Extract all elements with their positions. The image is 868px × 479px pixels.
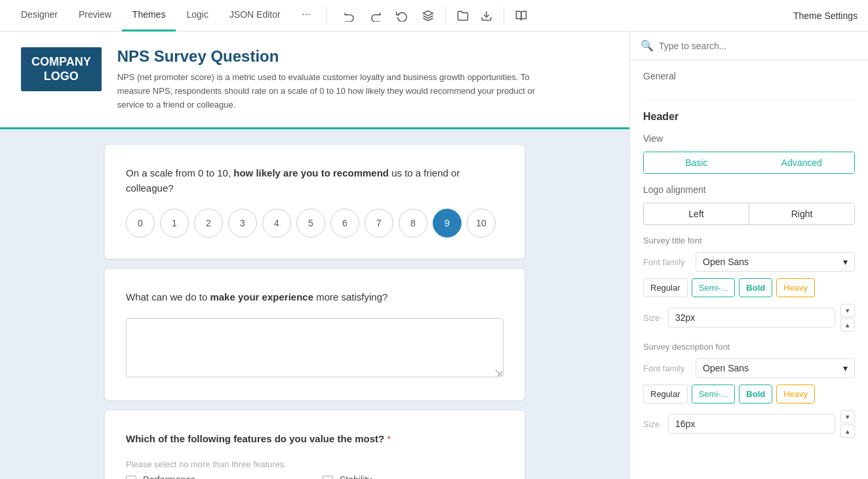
view-toggle-group: Basic Advanced [643, 152, 855, 174]
desc-size-row: Size 16px ▾ ▴ [643, 410, 855, 438]
book-button[interactable] [509, 4, 533, 28]
checkbox-performance[interactable] [126, 476, 136, 479]
survey-description: NPS (net promoter score) is a metric use… [117, 71, 563, 112]
title-size-label: Size [643, 313, 663, 323]
title-fw-semi[interactable]: Semi-... [692, 278, 736, 297]
nav-designer[interactable]: Designer [10, 0, 68, 31]
main-layout: COMPANY LOGO NPS Survey Question NPS (ne… [0, 31, 868, 479]
title-size-arrows: ▾ ▴ [840, 304, 855, 331]
nav-logic[interactable]: Logic [176, 0, 218, 31]
title-size-value[interactable]: 32px [668, 308, 835, 327]
nps-2[interactable]: 2 [194, 209, 223, 238]
chevron-down-icon: ▾ [843, 257, 848, 267]
list-item: Performance [126, 474, 307, 479]
nps-6[interactable]: 6 [330, 209, 359, 238]
nps-10[interactable]: 10 [467, 209, 496, 238]
q3-hint: Please select no more than three feature… [126, 459, 503, 469]
title-fw-bold[interactable]: Bold [739, 278, 772, 297]
title-font-weight-row: Regular Semi-... Bold Heavy [643, 278, 855, 297]
search-icon: 🔍 [641, 39, 654, 52]
q2-textarea[interactable] [126, 318, 503, 377]
survey-header: COMPANY LOGO NPS Survey Question NPS (ne… [0, 31, 629, 129]
nps-8[interactable]: 8 [399, 209, 427, 238]
nps-4[interactable]: 4 [262, 209, 291, 238]
required-star: * [387, 433, 391, 444]
nav-themes[interactable]: Themes [122, 0, 176, 31]
logo-align-group: Left Right [643, 203, 855, 225]
undo-button[interactable] [338, 4, 361, 28]
nps-9[interactable]: 9 [433, 209, 462, 238]
logo-right-button[interactable]: Right [749, 203, 854, 224]
survey-desc-font-label: Survey description font [643, 342, 855, 352]
theme-settings-label: Theme Settings [793, 10, 858, 21]
logo-left-button[interactable]: Left [644, 203, 749, 224]
desc-fw-semi[interactable]: Semi-... [692, 385, 736, 404]
panel-header-section: Header View Basic Advanced Logo alignmen… [630, 100, 868, 459]
option-stability: Stability [340, 474, 372, 479]
nps-scale: 0 1 2 3 4 5 6 7 8 9 10 [126, 209, 503, 238]
survey-card-q1: On a scale from 0 to 10, how likely are … [105, 145, 524, 259]
nps-0[interactable]: 0 [126, 209, 155, 238]
desc-size-value[interactable]: 16px [668, 414, 835, 434]
desc-fw-heavy[interactable]: Heavy [776, 385, 815, 404]
nps-3[interactable]: 3 [228, 209, 257, 238]
desc-fw-regular[interactable]: Regular [643, 385, 688, 404]
nav-separator-2 [445, 7, 446, 25]
panel-general-section: General [630, 60, 868, 100]
survey-main-title: NPS Survey Question [117, 47, 563, 66]
q3-text: Which of the following features do you v… [126, 432, 503, 447]
right-panel: 🔍 General Header View Basic Advanced Log… [629, 31, 868, 479]
checkbox-grid: Performance Stability User interface Com… [126, 474, 503, 479]
survey-content: On a scale from 0 to 10, how likely are … [0, 129, 629, 479]
nav-preview[interactable]: Preview [68, 0, 122, 31]
general-label: General [643, 71, 855, 81]
nps-1[interactable]: 1 [160, 209, 189, 238]
resize-handle: ⤡ [494, 367, 501, 377]
title-fw-regular[interactable]: Regular [643, 278, 688, 297]
view-advanced-button[interactable]: Advanced [749, 152, 855, 173]
title-font-family-label: Font family [643, 257, 690, 267]
survey-card-q3: Which of the following features do you v… [105, 411, 524, 479]
nav-more[interactable]: ⋯ [291, 0, 321, 31]
title-size-up[interactable]: ▴ [840, 318, 855, 331]
desc-size-up[interactable]: ▴ [840, 425, 855, 438]
view-basic-button[interactable]: Basic [644, 152, 749, 173]
desc-font-family-select[interactable]: Open Sans ▾ [696, 358, 855, 378]
redo-button[interactable] [364, 4, 387, 28]
nps-7[interactable]: 7 [365, 209, 393, 238]
survey-title-font-label: Survey title font [643, 236, 855, 245]
title-size-down[interactable]: ▾ [840, 304, 855, 317]
logo-alignment-label: Logo alignment [643, 184, 855, 195]
top-nav: Designer Preview Themes Logic JSON Edito… [0, 0, 868, 31]
title-font-family-row: Font family Open Sans ▾ [643, 252, 855, 272]
survey-card-q2: What can we do to make your experience m… [105, 269, 524, 400]
search-input[interactable] [659, 41, 858, 51]
nav-json-editor[interactable]: JSON Editor [219, 0, 291, 31]
company-logo: COMPANY LOGO [21, 47, 102, 91]
panel-search: 🔍 [630, 31, 868, 60]
reset-button[interactable] [390, 4, 414, 28]
list-item: Stability [323, 474, 503, 479]
open-button[interactable] [451, 4, 475, 28]
nps-5[interactable]: 5 [296, 209, 325, 238]
preview-area: COMPANY LOGO NPS Survey Question NPS (ne… [0, 31, 629, 479]
desc-size-down[interactable]: ▾ [840, 410, 855, 423]
nav-actions [338, 4, 440, 28]
checkbox-stability[interactable] [323, 476, 333, 479]
desc-font-weight-row: Regular Semi-... Bold Heavy [643, 385, 855, 404]
q2-text: What can we do to make your experience m… [126, 290, 503, 305]
desc-font-family-label: Font family [643, 364, 690, 373]
header-label: Header [643, 111, 855, 123]
textarea-wrapper: ⤡ [126, 318, 503, 379]
view-label: View [643, 133, 855, 144]
title-fw-heavy[interactable]: Heavy [776, 278, 815, 297]
paint-button[interactable] [416, 4, 440, 28]
chevron-down-icon-desc: ▾ [843, 363, 848, 373]
download-button[interactable] [475, 4, 498, 28]
q1-text: On a scale from 0 to 10, how likely are … [126, 166, 503, 196]
title-font-family-select[interactable]: Open Sans ▾ [696, 252, 855, 272]
nav-separator-1 [326, 7, 327, 25]
desc-fw-bold[interactable]: Bold [739, 385, 772, 404]
title-size-row: Size 32px ▾ ▴ [643, 304, 855, 331]
desc-font-family-row: Font family Open Sans ▾ [643, 358, 855, 378]
